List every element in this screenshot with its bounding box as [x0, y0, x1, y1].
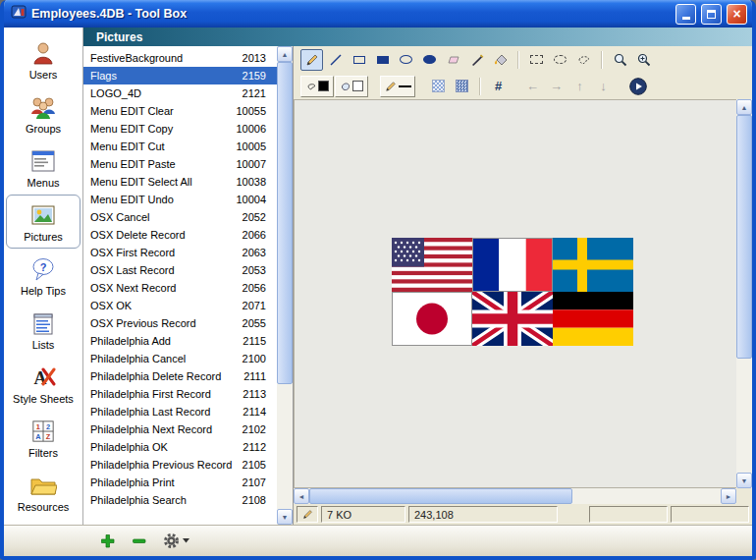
preview-button[interactable] [626, 76, 650, 97]
canvas-vertical-scrollbar[interactable]: ▲ ▼ [736, 99, 752, 488]
list-item[interactable]: Menu EDIT Clear 10055 [83, 102, 277, 120]
options-menu-button[interactable] [163, 532, 189, 549]
pen-tool[interactable] [465, 49, 488, 71]
list-item[interactable]: OSX Delete Record 2066 [83, 226, 277, 244]
scroll-track[interactable] [277, 62, 293, 509]
list-item[interactable]: OSX Previous Record 2055 [83, 314, 277, 332]
list-item[interactable]: Philadelphia Print 2107 [83, 474, 277, 491]
attributes-toolbar: # ← → ↑ ↓ [294, 73, 752, 99]
list-item[interactable]: Philadelphia Previous Record 2105 [83, 456, 277, 474]
sidebar-item-help-tips[interactable]: ? Help Tips [4, 249, 82, 303]
svg-text:1: 1 [36, 422, 40, 431]
maximize-button[interactable] [701, 4, 722, 25]
list-item[interactable]: OSX First Record 2063 [83, 244, 277, 261]
canvas-horizontal-scrollbar[interactable]: ◄ ► [294, 488, 752, 504]
scroll-thumb[interactable] [736, 115, 752, 359]
list-item[interactable]: OSX Next Record 2056 [83, 279, 277, 297]
sidebar-item-resources[interactable]: Resources [4, 465, 82, 519]
app-icon [11, 4, 27, 24]
window-title: Employees.4DB - Tool Box [31, 7, 671, 21]
add-picture-button[interactable] [100, 533, 115, 548]
sidebar-item-lists[interactable]: Lists [4, 303, 82, 357]
zoom-out-tool[interactable] [609, 49, 631, 71]
sidebar-label: Users [29, 69, 58, 81]
list-item[interactable]: Philadelphia Search 2108 [83, 491, 277, 509]
nudge-left-button[interactable]: ← [521, 76, 544, 97]
scroll-down-icon[interactable]: ▼ [277, 509, 293, 525]
title-bar[interactable]: Employees.4DB - Tool Box × [4, 0, 752, 28]
list-item[interactable]: Philadelphia Add 2115 [83, 332, 277, 350]
minimize-button[interactable] [675, 4, 696, 25]
zoom-out-icon [614, 53, 627, 67]
filled-rectangle-tool[interactable] [371, 49, 394, 71]
sidebar-item-style-sheets[interactable]: A Style Sheets [4, 357, 82, 411]
pen-icon [470, 53, 484, 67]
pattern-dark-button[interactable] [451, 76, 473, 97]
scroll-track[interactable] [736, 115, 752, 473]
list-scrollbar[interactable]: ▲ ▼ [277, 46, 293, 525]
scroll-track[interactable] [309, 488, 721, 504]
list-item[interactable]: Menu EDIT Undo 10004 [83, 191, 277, 208]
grid-toggle-button[interactable]: # [487, 76, 510, 97]
sidebar-item-groups[interactable]: Groups [4, 86, 82, 140]
sidebar-item-filters[interactable]: 1 2 A Z Filters [4, 411, 82, 465]
background-color-picker[interactable] [335, 76, 368, 97]
line-width-picker[interactable] [380, 76, 415, 97]
list-item[interactable]: Philadelphia OK 2112 [83, 438, 277, 456]
list-item[interactable]: Philadelphia First Record 2113 [83, 385, 277, 403]
nudge-right-button[interactable]: → [545, 76, 567, 97]
rectangle-icon [353, 56, 365, 64]
picture-id: 2013 [243, 52, 266, 64]
list-item[interactable]: Philadelphia Delete Record 2111 [83, 367, 277, 385]
scroll-thumb[interactable] [277, 62, 293, 384]
list-item[interactable]: Menu EDIT Select All 10038 [83, 173, 277, 191]
list-item[interactable]: FestiveBackground 2013 [83, 49, 277, 67]
list-item[interactable]: Philadelphia Next Record 2102 [83, 420, 277, 438]
picture-name: Philadelphia Last Record [90, 406, 243, 418]
pencil-tool[interactable] [300, 49, 323, 71]
zoom-in-icon [637, 53, 651, 67]
drawing-canvas[interactable] [294, 99, 736, 488]
nudge-down-button[interactable]: ↓ [592, 76, 615, 97]
list-item[interactable]: Menu EDIT Copy 10006 [83, 120, 277, 138]
line-tool[interactable] [324, 49, 347, 71]
scroll-up-icon[interactable]: ▲ [736, 99, 752, 115]
list-item[interactable]: Philadelphia Cancel 2100 [83, 350, 277, 367]
pattern-light-button[interactable] [427, 76, 450, 97]
list-item[interactable]: Philadelphia Last Record 2114 [83, 403, 277, 420]
rectangle-tool[interactable] [348, 49, 370, 71]
nudge-up-button[interactable]: ↑ [568, 76, 591, 97]
picture-id: 2102 [243, 423, 266, 435]
list-item[interactable]: LOGO_4D 2121 [83, 84, 277, 102]
sidebar-item-pictures[interactable]: Pictures [6, 195, 81, 249]
lasso-select-tool[interactable] [572, 49, 595, 71]
sidebar-item-users[interactable]: Users [4, 32, 82, 86]
marquee-select-tool[interactable] [525, 49, 548, 71]
eraser-tool[interactable] [442, 49, 464, 71]
sidebar-label: Menus [27, 177, 59, 189]
delete-picture-button[interactable] [132, 533, 146, 548]
list-item[interactable]: OSX Last Record 2053 [83, 261, 277, 279]
scroll-right-icon[interactable]: ► [721, 488, 736, 504]
foreground-color-picker[interactable] [300, 76, 334, 97]
list-item[interactable]: OSX OK 2071 [83, 297, 277, 314]
zoom-in-tool[interactable] [632, 49, 655, 71]
scroll-up-icon[interactable]: ▲ [277, 46, 293, 62]
filled-ellipse-tool[interactable] [418, 49, 441, 71]
ellipse-select-tool[interactable] [549, 49, 571, 71]
sidebar-item-menus[interactable]: Menus [4, 140, 82, 195]
grid-icon: # [495, 79, 502, 93]
close-button[interactable]: × [727, 4, 747, 25]
list-item[interactable]: OSX Cancel 2052 [83, 208, 277, 226]
paint-bucket-tool[interactable] [489, 49, 512, 71]
scroll-left-icon[interactable]: ◄ [294, 488, 309, 504]
list-item[interactable]: Flags 2159 [83, 67, 277, 84]
scroll-thumb[interactable] [309, 488, 572, 504]
picture-name: OSX First Record [90, 247, 243, 258]
scroll-down-icon[interactable]: ▼ [736, 473, 752, 488]
list-item[interactable]: Menu EDIT Cut 10005 [83, 138, 277, 155]
list-item[interactable]: Menu EDIT Paste 10007 [83, 155, 277, 173]
picture-id: 10038 [236, 176, 266, 188]
ellipse-tool[interactable] [395, 49, 417, 71]
picture-id: 2063 [243, 247, 266, 258]
